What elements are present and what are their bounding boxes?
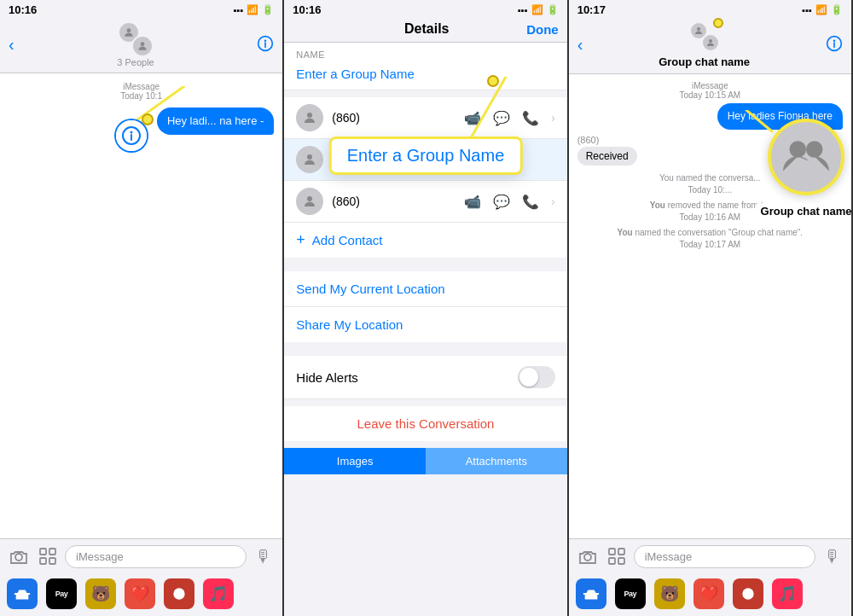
name-input[interactable]: Enter a Group Name [284, 61, 566, 90]
back-button-1[interactable]: ‹ [9, 35, 15, 55]
nav-title-1: 3 People [15, 21, 258, 67]
leave-conversation-row[interactable]: Leave this Conversation [284, 406, 566, 441]
tab-images[interactable]: Images [284, 448, 426, 474]
contact-row-1: (860) 📹 💬 📞 › [284, 97, 566, 139]
status-icons-2: ▪▪▪ 📶 🔋 [518, 4, 559, 15]
svg-point-1 [141, 42, 145, 46]
input-bar-3: iMessage 🎙 [569, 538, 851, 573]
camera-icon-3[interactable] [576, 544, 600, 568]
add-contact-row[interactable]: + Add Contact [284, 223, 566, 258]
wifi-icon-3: 📶 [815, 4, 827, 15]
svg-point-17 [307, 196, 312, 201]
svg-line-24 [746, 110, 772, 131]
sys-you-label-2: You [618, 228, 633, 237]
contact-number-3: (860) [332, 195, 456, 208]
annotation-arrow-3 [742, 110, 776, 136]
dock3-red[interactable] [733, 578, 763, 609]
svg-point-14 [173, 588, 184, 599]
svg-rect-28 [609, 549, 615, 555]
status-icons-1: ▪▪▪ 📶 🔋 [234, 4, 275, 15]
done-button[interactable]: Done [526, 22, 559, 37]
plus-icon: + [296, 231, 305, 249]
mic-icon-1[interactable]: 🎙 [252, 544, 276, 568]
mic-icon-3[interactable]: 🎙 [821, 544, 844, 568]
status-bar-3: 10:17 ▪▪▪ 📶 🔋 [569, 0, 851, 18]
signal-icon: ▪▪▪ [234, 5, 244, 15]
svg-rect-13 [49, 558, 55, 564]
message-input-3[interactable]: iMessage [634, 545, 815, 568]
large-group-circle [768, 119, 844, 195]
svg-point-25 [789, 141, 806, 158]
dock3-emoji[interactable]: 🐻 [654, 578, 685, 609]
appstore-icon-3[interactable] [605, 544, 629, 568]
svg-point-16 [307, 154, 312, 160]
name-section: NAME Enter a Group Name [284, 43, 566, 90]
dock3-music[interactable]: 🎵 [772, 578, 803, 609]
group-name-annotation: Enter a Group Name [329, 137, 523, 175]
dock-music[interactable]: 🎵 [203, 578, 234, 609]
svg-rect-30 [609, 558, 615, 564]
dock3-heart[interactable]: ❤️ [693, 578, 724, 609]
battery-icon-3: 🔋 [831, 4, 843, 15]
chevron-3: › [551, 195, 555, 208]
message-input-1[interactable]: iMessage [65, 545, 247, 568]
svg-point-0 [127, 28, 131, 32]
group-avatar-1 [118, 21, 154, 57]
dock3-appstore[interactable] [576, 578, 606, 609]
avatar-1b [131, 35, 154, 57]
info-circle-annotation [116, 120, 147, 151]
location-section: Send My Current Location Share My Locati… [284, 271, 566, 342]
section-spacer-1 [284, 264, 566, 271]
video-icon-3[interactable]: 📹 [464, 194, 481, 210]
camera-icon-1[interactable] [7, 544, 31, 568]
video-icon-1[interactable]: 📹 [464, 110, 481, 126]
send-location-row[interactable]: Send My Current Location [284, 271, 566, 307]
wifi-icon: 📶 [247, 4, 258, 15]
nav-avatar-3b [701, 33, 720, 52]
nav-group-avatar-container [689, 21, 720, 55]
contact-avatar-1 [296, 104, 323, 131]
signal-icon-2: ▪▪▪ [518, 5, 528, 15]
phone-icon-1[interactable]: 📞 [522, 110, 539, 126]
contact-actions-1: 📹 💬 📞 › [464, 110, 555, 126]
message-icon-1[interactable]: 💬 [493, 110, 510, 126]
back-button-3[interactable]: ‹ [577, 35, 583, 55]
status-bar-2: 10:16 ▪▪▪ 📶 🔋 [284, 0, 566, 18]
svg-point-27 [584, 554, 591, 561]
chat-area-1: iMessageToday 10:1 Hey ladi... na here - [0, 73, 282, 538]
dock-emoji[interactable]: 🐻 [85, 578, 116, 609]
phone-icon-3[interactable]: 📞 [522, 194, 539, 210]
panel-2-details: 10:16 ▪▪▪ 📶 🔋 Details Done NAME Enter a … [284, 0, 568, 616]
add-contact-label: Add Contact [312, 233, 383, 247]
dock-applepay[interactable]: Pay [46, 578, 77, 609]
contact-row-3: (860) 📹 💬 📞 › [284, 181, 566, 223]
status-time-2: 10:16 [293, 3, 321, 16]
chat-area-3: iMessageToday 10:15 AM Hey ladies Fionна… [569, 74, 851, 538]
appstore-icon-1[interactable] [36, 544, 60, 568]
panel-3-group-chat: 10:17 ▪▪▪ 📶 🔋 ‹ Gr [569, 0, 853, 616]
tab-attachments[interactable]: Attachments [426, 448, 567, 474]
info-button-3[interactable] [826, 35, 843, 55]
dock-heart[interactable]: ❤️ [125, 578, 155, 609]
group-chat-title: Group chat name [583, 55, 826, 68]
large-group-annotation: Group chat name [768, 119, 844, 195]
dock3-applepay[interactable]: Pay [615, 578, 646, 609]
hide-alerts-toggle[interactable] [518, 366, 555, 388]
dock-appstore[interactable] [7, 578, 38, 609]
media-tabs: Images Attachments [284, 448, 566, 474]
nav-title-3: Group chat name [583, 21, 826, 68]
message-icon-3[interactable]: 💬 [493, 194, 510, 210]
contacts-section: (860) 📹 💬 📞 › (609) (860) 📹 [284, 97, 566, 258]
svg-point-15 [307, 113, 312, 118]
dock-red[interactable] [164, 578, 194, 609]
status-time-3: 10:17 [577, 3, 606, 16]
app-dock-3: Pay 🐻 ❤️ 🎵 [569, 573, 851, 616]
contact-avatar-3 [296, 188, 323, 215]
input-bar-1: iMessage 🎙 [0, 538, 282, 573]
share-location-row[interactable]: Share My Location [284, 307, 566, 342]
svg-point-19 [697, 27, 700, 31]
info-button-1[interactable] [257, 35, 274, 55]
svg-point-9 [15, 554, 22, 561]
svg-rect-10 [40, 549, 46, 555]
battery-icon-2: 🔋 [547, 4, 559, 15]
